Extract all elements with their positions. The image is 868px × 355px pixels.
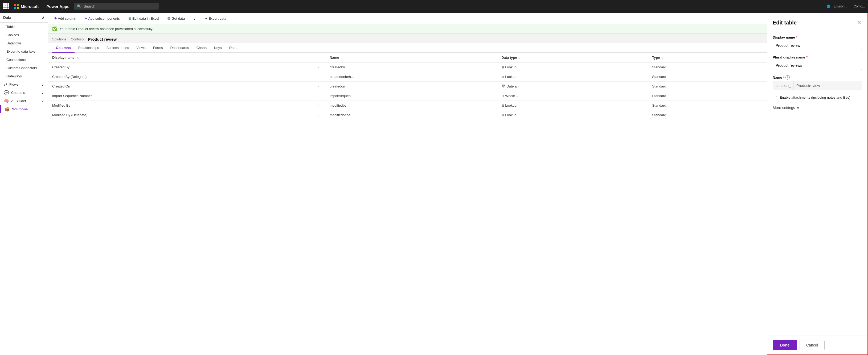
row-options-dots[interactable]: ···: [317, 75, 321, 79]
edit-excel-label: Edit data in Excel: [132, 16, 159, 21]
breadcrumb-contoso[interactable]: Contoso: [71, 37, 84, 41]
tab-dashboards[interactable]: Dashboards: [167, 43, 193, 53]
success-message: Your table Product review has been provi…: [60, 27, 153, 31]
more-settings-toggle[interactable]: More settings ∨: [773, 106, 862, 110]
tab-views[interactable]: Views: [133, 43, 149, 53]
attachments-checkbox[interactable]: [773, 96, 777, 100]
row-options-dots[interactable]: ···: [317, 84, 321, 88]
tab-keys[interactable]: Keys: [210, 43, 225, 53]
sidebar-item-choices[interactable]: Choices: [0, 31, 48, 39]
attachments-label: Enable attachments (including notes and …: [780, 96, 850, 100]
col-header-data-type[interactable]: Data type ↓: [497, 53, 648, 63]
sidebar-item-tables[interactable]: Tables: [0, 23, 48, 31]
panel-title: Edit table: [773, 20, 797, 26]
attachments-group: Enable attachments (including notes and …: [773, 96, 862, 100]
get-data-label: Get data: [172, 16, 185, 21]
cell-data-type: ⊞Lookup: [497, 63, 648, 72]
panel-body: Display name * Plural display name * Nam…: [767, 30, 867, 335]
panel-close-button[interactable]: ✕: [856, 19, 862, 27]
done-button[interactable]: Done: [773, 340, 797, 350]
name-prefix: contoso_: [773, 81, 794, 90]
cell-name: modifiedby: [326, 101, 497, 110]
data-type-icon: ⊞: [501, 113, 504, 117]
add-subcomponents-button[interactable]: + Add subcomponents: [83, 15, 122, 22]
breadcrumb-current: Product review: [88, 37, 117, 41]
breadcrumb-solutions[interactable]: Solutions: [52, 37, 66, 41]
sort-icon-type: ↓: [662, 56, 663, 59]
flows-label: Flows: [9, 82, 19, 86]
chatbots-icon: 💬: [4, 90, 9, 95]
cell-name: createdon: [326, 82, 497, 91]
success-banner: ✅ Your table Product review has been pro…: [48, 24, 767, 34]
name-info-icon[interactable]: i: [785, 75, 790, 79]
tabs-bar: Columns Relationships Business rules Vie…: [48, 43, 767, 53]
get-data-icon: ⛃: [167, 16, 170, 21]
add-subcomponents-label: Add subcomponents: [88, 16, 120, 21]
microsoft-logo: Microsoft: [14, 4, 39, 9]
row-options-dots[interactable]: ···: [317, 103, 321, 107]
row-options-dots[interactable]: ···: [317, 65, 321, 69]
sidebar-item-dataflows[interactable]: Dataflows: [0, 39, 48, 47]
cell-name: createdonbeh...: [326, 72, 497, 82]
panel-header: Edit table ✕: [767, 13, 867, 30]
sort-icon-data-type: ↓: [519, 56, 521, 59]
tab-relationships[interactable]: Relationships: [74, 43, 103, 53]
toolbar: + Add column + Add subcomponents ⊞ Edit …: [48, 13, 767, 24]
cell-type: Standard: [648, 82, 767, 91]
sidebar-item-gateways[interactable]: Gateways: [0, 72, 48, 80]
more-options-button[interactable]: ···: [233, 15, 240, 22]
plural-name-field-group: Plural display name *: [773, 55, 862, 70]
sidebar-item-custom-connectors[interactable]: Custom Connectors: [0, 64, 48, 72]
tab-charts[interactable]: Charts: [193, 43, 210, 53]
sidebar-section-ai-builder[interactable]: 🧠 AI Builder ∨: [0, 97, 48, 105]
search-bar[interactable]: 🔍: [74, 3, 159, 9]
plural-name-input[interactable]: [773, 61, 862, 70]
environment-sub: Conto...: [854, 4, 865, 8]
chatbots-chevron: ∨: [41, 91, 44, 95]
chatbots-label: Chatbots: [11, 91, 25, 95]
col-header-display-name[interactable]: Display name ↑↓: [48, 53, 326, 63]
tab-data[interactable]: Data: [225, 43, 240, 53]
row-display-name: Import Sequence Number: [52, 94, 92, 98]
content-area: + Add column + Add subcomponents ⊞ Edit …: [48, 13, 767, 355]
tab-forms[interactable]: Forms: [149, 43, 167, 53]
get-data-button[interactable]: ⛃ Get data: [165, 15, 187, 22]
name-value: Productreview: [794, 81, 862, 90]
cell-type: Standard: [648, 63, 767, 72]
dropdown-button[interactable]: ∨: [191, 15, 198, 22]
display-name-field-group: Display name *: [773, 35, 862, 50]
main-layout: Data ∧ Tables Choices Dataflows Export t…: [0, 13, 868, 355]
export-data-button[interactable]: ⇥ Export data: [203, 15, 228, 22]
edit-data-excel-button[interactable]: ⊞ Edit data in Excel: [126, 15, 161, 22]
row-display-name: Created By (Delegate): [52, 75, 87, 79]
waffle-menu[interactable]: [3, 3, 9, 9]
tab-business-rules[interactable]: Business rules: [103, 43, 133, 53]
microsoft-label: Microsoft: [21, 4, 39, 9]
sidebar-item-export[interactable]: Export to data lake: [0, 47, 48, 56]
row-options-dots[interactable]: ···: [317, 113, 321, 117]
search-input[interactable]: [84, 4, 148, 8]
sidebar-section-flows[interactable]: ⇄ Flows ∨: [0, 80, 48, 88]
name-field-group: Name * i contoso_ Productreview: [773, 75, 862, 90]
solutions-icon: 📦: [4, 107, 10, 112]
display-name-label: Display name *: [773, 35, 862, 39]
sidebar: Data ∧ Tables Choices Dataflows Export t…: [0, 13, 48, 355]
panel-footer: Done Cancel: [767, 335, 867, 354]
add-column-button[interactable]: + Add column: [52, 15, 78, 22]
display-name-input[interactable]: [773, 41, 862, 50]
cancel-button[interactable]: Cancel: [800, 340, 825, 350]
col-header-name[interactable]: Name ↓: [326, 53, 497, 63]
sidebar-collapse-icon[interactable]: ∧: [42, 15, 44, 20]
table-row: Import Sequence Number ··· importsequen.…: [48, 91, 767, 101]
tab-columns[interactable]: Columns: [52, 43, 74, 53]
breadcrumb-sep2: ›: [85, 37, 86, 41]
row-options-dots[interactable]: ···: [317, 94, 321, 98]
solutions-label: Solutions: [12, 107, 28, 111]
sidebar-section-chatbots[interactable]: 💬 Chatbots ∨: [0, 88, 48, 97]
name-label: Name * i: [773, 75, 862, 79]
data-type-icon: ⊟: [501, 94, 504, 98]
col-header-type[interactable]: Type ↓: [648, 53, 767, 63]
sidebar-item-connections[interactable]: Connections: [0, 56, 48, 64]
more-options-icon: ···: [235, 16, 238, 21]
sidebar-section-solutions[interactable]: 📦 Solutions: [0, 105, 48, 113]
